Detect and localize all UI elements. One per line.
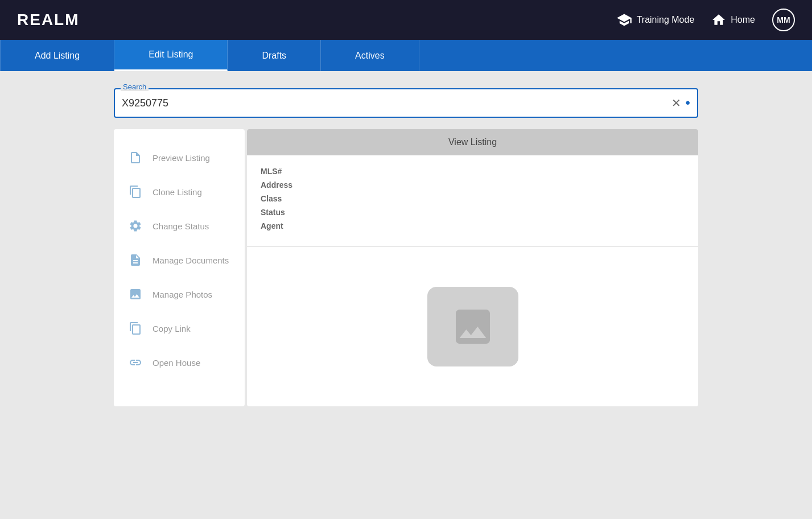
detail-row-agent: Agent <box>261 221 685 230</box>
detail-label-class: Class <box>261 194 306 203</box>
preview-listing-label: Preview Listing <box>152 153 210 163</box>
image-placeholder-icon <box>444 304 501 349</box>
menu-manage-documents[interactable]: Manage Documents <box>114 243 245 277</box>
open-house-label: Open House <box>152 358 200 368</box>
photo-placeholder <box>427 287 518 366</box>
search-box: ✕ • <box>114 88 698 118</box>
user-avatar[interactable]: MM <box>772 9 795 31</box>
copy-link-label: Copy Link <box>152 324 191 333</box>
main-content: Search ✕ • Preview Listing <box>0 71 812 519</box>
left-panel: Preview Listing Clone Listing Change Sta… <box>114 129 245 406</box>
manage-documents-icon <box>127 252 143 268</box>
nav-edit-listing[interactable]: Edit Listing <box>114 40 228 71</box>
home-label: Home <box>731 15 755 25</box>
copy-link-icon <box>127 320 143 336</box>
menu-manage-photos[interactable]: Manage Photos <box>114 277 245 311</box>
detail-row-class: Class <box>261 194 685 203</box>
open-house-icon <box>127 355 143 370</box>
search-dot: • <box>686 95 690 111</box>
search-input[interactable] <box>122 97 671 109</box>
menu-open-house[interactable]: Open House <box>114 345 245 380</box>
right-panel: View Listing MLS# Address Class Status <box>247 129 698 406</box>
menu-clone-listing[interactable]: Clone Listing <box>114 175 245 209</box>
graduation-cap-icon <box>616 12 632 28</box>
header-right: Training Mode Home MM <box>616 9 795 31</box>
menu-preview-listing[interactable]: Preview Listing <box>114 141 245 175</box>
logo: REALM <box>17 11 80 29</box>
manage-documents-label: Manage Documents <box>152 256 229 265</box>
training-mode-label: Training Mode <box>637 15 695 25</box>
detail-label-status: Status <box>261 208 306 217</box>
home-button[interactable]: Home <box>711 13 755 27</box>
home-icon <box>711 13 726 27</box>
training-mode-button[interactable]: Training Mode <box>616 12 695 28</box>
menu-copy-link[interactable]: Copy Link <box>114 311 245 345</box>
preview-listing-icon <box>127 150 143 166</box>
detail-label-mls: MLS# <box>261 167 306 176</box>
view-listing-header: View Listing <box>247 129 698 155</box>
nav-drafts[interactable]: Drafts <box>228 40 321 71</box>
detail-row-status: Status <box>261 208 685 217</box>
avatar-initials: MM <box>777 15 790 24</box>
nav-add-listing[interactable]: Add Listing <box>0 40 114 71</box>
search-label: Search <box>121 83 149 91</box>
manage-photos-label: Manage Photos <box>152 290 212 299</box>
menu-change-status[interactable]: Change Status <box>114 209 245 243</box>
header: REALM Training Mode Home MM <box>0 0 812 40</box>
clone-listing-label: Clone Listing <box>152 187 202 197</box>
detail-row-address: Address <box>261 180 685 190</box>
detail-label-agent: Agent <box>261 221 306 230</box>
detail-row-mls: MLS# <box>261 167 685 176</box>
change-status-icon <box>127 218 143 234</box>
photo-area <box>247 247 698 406</box>
manage-photos-icon <box>127 286 143 302</box>
nav-actives[interactable]: Actives <box>321 40 419 71</box>
listing-details: MLS# Address Class Status Agent <box>247 155 698 247</box>
search-container: Search ✕ • <box>114 88 698 118</box>
content-area: Preview Listing Clone Listing Change Sta… <box>114 129 698 406</box>
detail-label-address: Address <box>261 180 306 190</box>
main-nav: Add Listing Edit Listing Drafts Actives <box>0 40 812 71</box>
change-status-label: Change Status <box>152 221 209 231</box>
search-clear-button[interactable]: ✕ <box>671 96 681 110</box>
clone-listing-icon <box>127 184 143 200</box>
